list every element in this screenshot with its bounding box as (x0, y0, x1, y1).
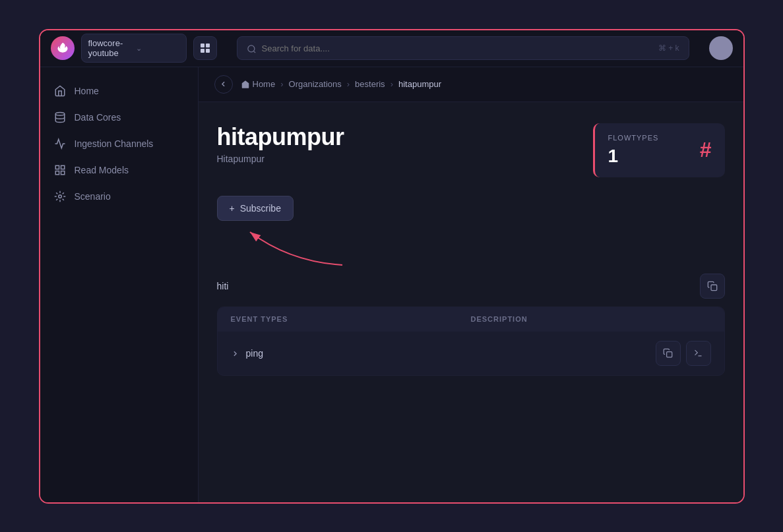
back-button[interactable] (214, 75, 233, 94)
chevron-right-icon[interactable] (231, 348, 239, 358)
search-input[interactable] (262, 44, 653, 53)
app-logo[interactable] (51, 36, 75, 60)
svg-rect-8 (61, 165, 64, 169)
workspace-name: flowcore-youtube (88, 38, 132, 58)
data-cores-icon (53, 111, 67, 124)
svg-rect-2 (201, 49, 204, 53)
svg-point-6 (55, 112, 65, 115)
sidebar: Home Data Cores Ingestion Channels (40, 67, 199, 502)
breadcrumb-hitapumpur[interactable]: hitapumpur (398, 79, 441, 89)
page-subtitle: Hitapumpur (217, 154, 344, 164)
col-event-types: EVENT TYPES (231, 315, 471, 323)
section-copy-button[interactable] (700, 274, 725, 299)
svg-line-5 (253, 51, 255, 53)
svg-point-11 (58, 194, 61, 198)
svg-rect-3 (206, 49, 210, 53)
breadcrumb-home[interactable]: Home (241, 79, 276, 90)
svg-rect-13 (711, 285, 717, 291)
sidebar-label-home: Home (75, 86, 99, 96)
content-area: Home › Organizations › besteris › hitapu… (199, 67, 743, 502)
workspace-selector[interactable]: flowcore-youtube ⌄ (81, 34, 187, 63)
search-icon (247, 42, 257, 54)
stats-value: 1 (608, 146, 659, 167)
app-frame: flowcore-youtube ⌄ ⌘ + k (39, 29, 745, 504)
page-title-section: hitapumpur Hitapumpur (217, 123, 344, 164)
sidebar-label-data-cores: Data Cores (75, 112, 121, 123)
svg-rect-10 (55, 171, 59, 174)
section-header: hiti (217, 274, 725, 299)
svg-rect-1 (206, 44, 210, 47)
sidebar-label-ingestion: Ingestion Channels (75, 138, 154, 149)
stats-info: FLOWTYPES 1 (608, 134, 659, 167)
svg-rect-0 (201, 44, 204, 47)
page-content: hitapumpur Hitapumpur FLOWTYPES 1 # + (199, 102, 743, 502)
breadcrumb-besteris[interactable]: besteris (355, 79, 385, 89)
scenario-icon (53, 190, 67, 203)
section-label: hiti (217, 281, 229, 291)
read-models-icon (53, 163, 67, 177)
page-title: hitapumpur (217, 123, 344, 151)
subscribe-button[interactable]: + Subscribe (217, 196, 294, 221)
breadcrumb-sep-1: › (280, 79, 283, 89)
table-row: ping (218, 331, 724, 375)
breadcrumb-organizations[interactable]: Organizations (289, 79, 342, 89)
col-description: DESCRIPTION (471, 315, 711, 323)
stats-card: FLOWTYPES 1 # (593, 123, 725, 177)
stats-label: FLOWTYPES (608, 134, 659, 142)
sidebar-item-scenario[interactable]: Scenario (40, 183, 198, 210)
row-actions (656, 341, 711, 366)
sidebar-item-ingestion-channels[interactable]: Ingestion Channels (40, 131, 198, 157)
breadcrumb-sep-3: › (391, 79, 393, 89)
breadcrumb: Home › Organizations › besteris › hitapu… (199, 67, 743, 102)
sidebar-item-data-cores[interactable]: Data Cores (40, 104, 198, 131)
ingestion-icon (53, 137, 67, 150)
sidebar-item-read-models[interactable]: Read Models (40, 157, 198, 183)
plus-icon: + (230, 203, 235, 214)
main-content: Home Data Cores Ingestion Channels (40, 67, 743, 502)
sidebar-label-read-models: Read Models (75, 165, 129, 175)
search-bar[interactable]: ⌘ + k (237, 36, 689, 60)
subscribe-label: Subscribe (240, 203, 281, 214)
workspace-chevron: ⌄ (136, 44, 179, 53)
stats-hash-icon: # (700, 138, 712, 162)
grid-button[interactable] (193, 36, 217, 60)
table-header: EVENT TYPES DESCRIPTION (218, 307, 724, 331)
svg-rect-9 (61, 171, 64, 174)
breadcrumb-sep-2: › (347, 79, 350, 89)
user-avatar[interactable] (709, 36, 733, 60)
event-name: ping (246, 348, 649, 359)
svg-rect-7 (55, 165, 59, 169)
home-icon (53, 84, 67, 98)
page-header: hitapumpur Hitapumpur FLOWTYPES 1 # (217, 123, 725, 177)
home-icon-breadcrumb (241, 79, 250, 90)
row-terminal-button[interactable] (686, 341, 711, 366)
row-copy-button[interactable] (656, 341, 681, 366)
svg-rect-14 (667, 352, 672, 357)
svg-point-4 (247, 45, 254, 52)
search-shortcut: ⌘ + k (658, 44, 679, 53)
sidebar-item-home[interactable]: Home (40, 78, 198, 104)
topbar: flowcore-youtube ⌄ ⌘ + k (40, 30, 743, 67)
sidebar-label-scenario: Scenario (75, 191, 111, 202)
event-table: EVENT TYPES DESCRIPTION ping (217, 307, 725, 376)
